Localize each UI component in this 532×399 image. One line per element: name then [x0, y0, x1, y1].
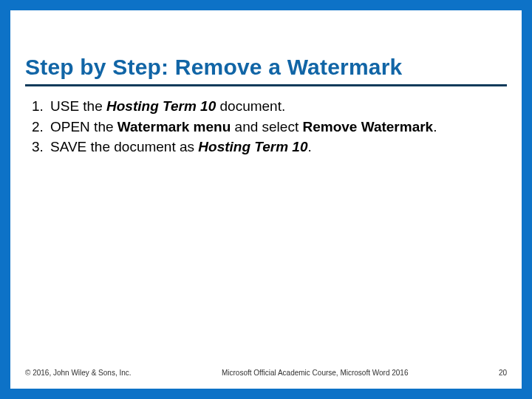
content-area: Step by Step: Remove a Watermark USE the… [25, 55, 507, 158]
slide: Step by Step: Remove a Watermark USE the… [0, 0, 532, 399]
footer-course: Microsoft Official Academic Course, Micr… [222, 369, 409, 377]
step-emph: Hosting Term 10 [106, 98, 216, 114]
step-text: . [433, 119, 437, 134]
step-text: OPEN the [50, 119, 117, 134]
step-text: USE the [50, 98, 106, 114]
step-emph2: Remove Watermark [302, 119, 433, 134]
step-item: OPEN the Watermark menu and select Remov… [47, 117, 507, 138]
step-text: . [308, 139, 312, 154]
footer-page-number: 20 [499, 369, 507, 377]
step-item: USE the Hosting Term 10 document. [47, 97, 507, 117]
footer-copyright: © 2016, John Wiley & Sons, Inc. [25, 369, 132, 377]
step-text: and select [231, 119, 302, 134]
step-list: USE the Hosting Term 10 document. OPEN t… [25, 97, 507, 158]
step-emph: Watermark menu [117, 119, 231, 134]
title-divider [25, 84, 507, 86]
step-text: document. [216, 98, 285, 114]
slide-footer: © 2016, John Wiley & Sons, Inc. Microsof… [25, 369, 507, 377]
step-text: SAVE the document as [50, 139, 198, 154]
step-emph: Hosting Term 10 [198, 139, 307, 154]
slide-title: Step by Step: Remove a Watermark [25, 55, 507, 80]
step-item: SAVE the document as Hosting Term 10. [47, 137, 507, 158]
